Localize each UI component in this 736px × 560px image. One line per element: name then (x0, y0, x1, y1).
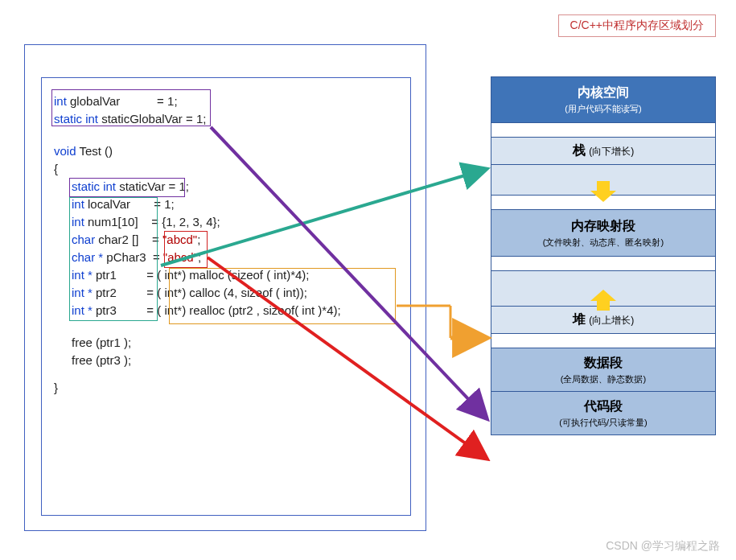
blank-line (54, 128, 341, 142)
code-line-14: free (ptr3 ); (54, 352, 341, 369)
watermark: CSDN @学习编程之路 (606, 539, 720, 554)
mem-gap (491, 256, 715, 270)
memory-layout-table: 内核空间 (用户代码不能读写) 栈 (向下增长) 内存映射段 (文件映射、动态库… (491, 76, 716, 435)
mem-heap-arrow (491, 270, 715, 306)
diagram-title: C/C++中程序内存区域划分 (558, 14, 716, 37)
mem-stack: 栈 (向下增长) (491, 137, 715, 164)
highlight-globals (51, 89, 211, 126)
mem-code-segment: 代码段 (可执行代码/只读常量) (491, 391, 715, 434)
code-line-4: { (54, 160, 341, 178)
highlight-string-constants (164, 231, 208, 268)
mem-gap (491, 333, 715, 348)
mem-kernel: 内核空间 (用户代码不能读写) (491, 77, 715, 122)
mem-data-segment: 数据段 (全局数据、静态数据) (491, 348, 715, 391)
highlight-static-local (69, 178, 185, 197)
outer-code-frame: int globalVar = 1; static int staticGlob… (24, 44, 426, 531)
highlight-locals (69, 197, 158, 321)
code-line-3: void Test () (54, 142, 341, 160)
blank-line (54, 369, 341, 379)
highlight-heap-allocs (169, 268, 396, 324)
mem-mmap: 内存映射段 (文件映射、动态库、匿名映射) (491, 209, 715, 256)
code-line-13: free (ptr1 ); (54, 334, 341, 352)
mem-gap (491, 122, 715, 137)
code-line-15: } (54, 379, 341, 397)
mem-stack-arrow (491, 164, 715, 195)
inner-code-frame: int globalVar = 1; static int staticGlob… (41, 77, 411, 516)
